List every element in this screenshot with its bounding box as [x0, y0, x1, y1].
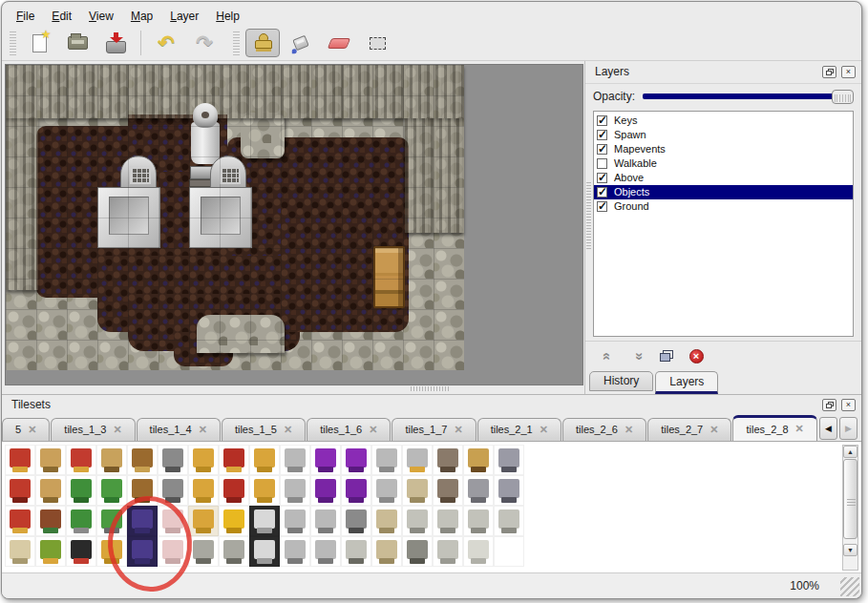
menu-item[interactable]: View: [80, 8, 122, 25]
menu-item[interactable]: File: [8, 8, 43, 25]
tile-tapestry-tan[interactable]: [5, 536, 35, 567]
tile-cross-gold[interactable]: [96, 536, 127, 567]
close-tab-icon[interactable]: ✕: [709, 424, 718, 436]
tile-banner-emblem[interactable]: [5, 506, 35, 536]
scroll-up-arrow[interactable]: ▲: [843, 446, 857, 458]
tile-throne-purple-seat-r[interactable]: [341, 475, 371, 506]
open-button[interactable]: [60, 29, 95, 57]
tile-portrait-king[interactable]: [402, 445, 433, 475]
redo-button[interactable]: ↷: [187, 29, 222, 57]
close-panel-button[interactable]: ×: [841, 399, 856, 411]
tile-throne-purple-seat-l[interactable]: [310, 475, 341, 506]
close-panel-button[interactable]: ×: [841, 66, 856, 78]
map-canvas[interactable]: [5, 64, 583, 385]
resize-grip[interactable]: [840, 577, 859, 596]
tile-gate-stone-top[interactable]: [158, 445, 188, 475]
close-tab-icon[interactable]: ✕: [625, 424, 633, 436]
tile-throne-arm-right[interactable]: [249, 445, 280, 475]
scrollbar-thumb[interactable]: [411, 386, 451, 391]
close-tab-icon[interactable]: ✕: [113, 424, 121, 436]
tile-obelisk-small[interactable]: [371, 536, 402, 567]
tile-shelf-wood-b[interactable]: [433, 475, 463, 506]
tile-armor-pile[interactable]: [463, 475, 494, 506]
select-tool-button[interactable]: [360, 29, 394, 57]
tile-banner-red-top[interactable]: [5, 445, 35, 475]
tile-obelisk-mid[interactable]: [371, 506, 402, 536]
tile-shelf-wood-a[interactable]: [433, 445, 463, 475]
layer-row[interactable]: Spawn: [594, 128, 853, 142]
tile-throne-arm-left-b[interactable]: [188, 475, 219, 506]
menu-item[interactable]: Help: [207, 8, 248, 25]
tile-cloth-pink[interactable]: [158, 506, 188, 536]
tile-rock-pile-l[interactable]: [188, 536, 219, 567]
tileset-tab[interactable]: tiles_1_7 ✕: [392, 418, 476, 441]
opacity-slider[interactable]: [643, 89, 854, 104]
tile-gold-pile[interactable]: [219, 506, 249, 536]
scroll-tabs-left-button[interactable]: ◀: [819, 417, 837, 440]
tile-door-purple-bottom[interactable]: [127, 536, 158, 567]
save-button[interactable]: [98, 29, 133, 57]
lower-layer-button[interactable]: «: [625, 344, 649, 367]
tile-barrel-planter[interactable]: [341, 536, 371, 567]
layer-visibility-checkbox[interactable]: [597, 115, 607, 126]
dock-tab[interactable]: Layers: [655, 371, 718, 394]
close-tab-icon[interactable]: ✕: [795, 423, 804, 435]
tile-column-left[interactable]: [280, 445, 310, 475]
tileset-tab[interactable]: tiles_2_7 ✕: [647, 418, 731, 441]
menu-item[interactable]: Layer: [161, 8, 207, 25]
tile-door-wood-top[interactable]: [127, 445, 158, 475]
dock-tab[interactable]: History: [589, 371, 653, 391]
tile-pillar-cap-a[interactable]: [402, 506, 433, 536]
layer-row[interactable]: Objects: [594, 185, 853, 199]
layer-row[interactable]: Mapevents: [594, 142, 853, 156]
tile-armor-helm[interactable]: [494, 445, 524, 475]
tileset-tab[interactable]: 5 ✕: [2, 418, 50, 441]
close-tab-icon[interactable]: ✕: [369, 424, 377, 436]
tile-banner-red-tip[interactable]: [5, 475, 35, 506]
close-tab-icon[interactable]: ✕: [199, 424, 207, 436]
toolbar-drag-handle[interactable]: [233, 31, 240, 55]
tile-pedestal-l[interactable]: [280, 536, 310, 567]
tile-bookshelf[interactable]: [35, 506, 66, 536]
layer-visibility-checkbox[interactable]: [597, 201, 607, 212]
tile-stool-red[interactable]: [66, 445, 96, 475]
tile-cloth-pink-b[interactable]: [158, 536, 188, 567]
tile-obelisk-top[interactable]: [402, 475, 433, 506]
tile-throne-red-seat[interactable]: [219, 475, 249, 506]
scrollbar-thumb[interactable]: [843, 459, 857, 539]
tile-throne-purple-back-l[interactable]: [310, 445, 341, 475]
tile-loom-rack[interactable]: [35, 445, 66, 475]
scroll-tabs-right-button[interactable]: ▶: [839, 417, 857, 440]
tileset-tab[interactable]: tiles_1_6 ✕: [307, 418, 391, 441]
duplicate-layer-button[interactable]: [654, 344, 679, 367]
fill-tool-button[interactable]: [284, 29, 318, 57]
tileset-vertical-scrollbar[interactable]: ▲ ▼: [842, 445, 858, 571]
tile-column-right[interactable]: [371, 445, 402, 475]
tile-gate-stone-bottom[interactable]: [158, 475, 188, 506]
tile-block-gray[interactable]: [494, 506, 524, 536]
tile-gargoyle-right[interactable]: [310, 506, 341, 536]
tile-pillar-cap-b[interactable]: [433, 506, 463, 536]
tileset-tab[interactable]: tiles_2_8 ✕: [732, 415, 816, 441]
toolbar-drag-handle[interactable]: [10, 31, 16, 55]
layer-visibility-checkbox[interactable]: [597, 173, 607, 183]
layer-row[interactable]: Above: [594, 171, 853, 185]
undo-button[interactable]: ↶: [149, 29, 183, 57]
tile-plant-pot[interactable]: [96, 506, 127, 536]
new-file-button[interactable]: ★: [22, 29, 56, 57]
layer-visibility-checkbox[interactable]: [597, 158, 607, 169]
tileset-tab[interactable]: tiles_2_6 ✕: [562, 418, 646, 441]
tile-throne-red-back[interactable]: [219, 445, 249, 475]
close-tab-icon[interactable]: ✕: [454, 424, 462, 436]
layer-visibility-checkbox[interactable]: [597, 187, 607, 198]
tile-pillar-cap-c[interactable]: [463, 506, 494, 536]
tile-loom-rack-b[interactable]: [35, 475, 66, 506]
stamp-tool-button[interactable]: [245, 29, 280, 57]
tileset-tab[interactable]: tiles_1_5 ✕: [222, 418, 306, 441]
tile-banner-green[interactable]: [35, 536, 66, 567]
tile-block-stone[interactable]: [433, 536, 463, 567]
tile-throne-arm-left[interactable]: [188, 445, 219, 475]
opacity-slider-handle[interactable]: [832, 90, 854, 104]
tile-plant-top[interactable]: [96, 475, 127, 506]
tileset-tab[interactable]: tiles_2_1 ✕: [477, 418, 561, 441]
